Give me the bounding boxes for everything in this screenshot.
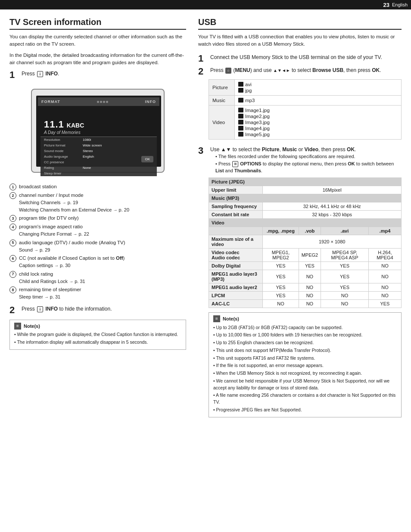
tv-ok-area: OK xyxy=(141,156,153,162)
spec-codec-avi: MPEG4 SP, MPEG4 ASP xyxy=(321,249,369,262)
circle-num-2: 2 xyxy=(9,192,16,199)
files-music: mp3 xyxy=(235,95,402,105)
circle-text-4: program's image aspect ratio xyxy=(19,223,83,230)
file-name-avi: avi xyxy=(245,82,252,87)
file-name-jpg: jpg xyxy=(245,88,252,93)
file-image5: Image5.jpg xyxy=(238,131,398,137)
file-name-mp3: mp3 xyxy=(245,98,255,103)
circle-text-2: channel number / Input mode xyxy=(19,192,84,199)
file-browser-wrapper: Picture avi jpg xyxy=(209,79,402,140)
nav-arrows: ▲▼◄► xyxy=(273,67,290,74)
spec-col-headers: .mpg, .mpeg .vob .avi .mp4 xyxy=(209,227,402,235)
tv-dot2 xyxy=(100,101,102,103)
spec-lpcm-mp4: NO xyxy=(368,292,401,300)
spec-col-empty xyxy=(209,227,263,235)
step3-bullet-1: The files recorded under the following s… xyxy=(215,153,402,160)
tv-channel-num: 11.1 xyxy=(44,119,64,130)
spec-col-vob: .vob xyxy=(299,227,321,235)
arrow-sym-3: → xyxy=(73,232,77,236)
spec-mpeg1layer2-vob: NO xyxy=(299,283,321,292)
circle-text-1: broadcast station xyxy=(19,183,57,190)
link-p22: p. 22 xyxy=(78,231,89,236)
tv-prog-value-6: None xyxy=(83,166,91,170)
link-p31a: p. 31 xyxy=(75,279,85,284)
right-desc: Your TV is fitted with a USB connection … xyxy=(198,33,402,48)
tv-channel-block: 11.1 KABC A Day of Memories xyxy=(40,117,157,137)
spec-col-avi: .avi xyxy=(321,227,369,235)
right-column: USB Your TV is fitted with a USB connect… xyxy=(198,17,402,527)
circle-num-3: 3 xyxy=(9,215,16,222)
link-p20: p. 20 xyxy=(119,207,129,212)
file-row-picture: Picture avi jpg xyxy=(209,79,402,95)
files-picture: avi jpg xyxy=(235,79,402,95)
right-section-title: USB xyxy=(198,17,402,30)
left-section-title: TV Screen information xyxy=(9,17,186,30)
right-note-10: Progressive JPEG files are Not Supported… xyxy=(213,407,397,414)
link-p29: p. 29 xyxy=(40,247,50,252)
file-image2: Image2.jpg xyxy=(238,113,398,119)
spec-header-picture: Picture (JPEG) xyxy=(209,178,402,186)
page-language: English xyxy=(392,2,408,7)
options-icon: ⊞ xyxy=(232,161,238,167)
spec-col-mpg: .mpg, .mpeg xyxy=(263,227,299,235)
step3-intro: Use ▲▼ to select the Picture, Music or V… xyxy=(210,146,356,152)
left-note-2: The information display will automatical… xyxy=(14,339,181,346)
file-name-image5: Image5.jpg xyxy=(245,132,270,137)
link-p31b: p. 31 xyxy=(50,294,60,299)
tv-ok-btn: OK xyxy=(141,156,153,162)
right-step2: 2 Press ⌂ (MENU) and use ▲▼◄► to select … xyxy=(198,66,402,77)
circle-item-1: 1 broadcast station xyxy=(9,183,186,190)
info-icon: i xyxy=(37,71,43,77)
tv-prog-value-3: Stereo xyxy=(83,149,93,153)
tv-format-label: FORMAT xyxy=(41,100,60,104)
left-step2-rest: to hide the information. xyxy=(59,306,112,312)
circle-item-6: 6 CC (not available if Closed Caption is… xyxy=(9,255,186,269)
file-icon-image5 xyxy=(238,132,243,137)
tv-prog-label-6: Rating xyxy=(44,166,74,170)
left-column: TV Screen information You can display th… xyxy=(9,17,186,527)
spec-dolby-mpg: YES xyxy=(263,262,299,270)
right-step1-num: 1 xyxy=(198,53,208,64)
usb-browser-table: Picture avi jpg xyxy=(209,79,402,140)
file-icon-image1 xyxy=(238,108,243,112)
spec-label-codec: Video codec Audio codec xyxy=(209,249,263,262)
spec-row-aaclc: AAC-LC NO NO NO YES xyxy=(209,300,402,308)
link-p19: p. 19 xyxy=(68,200,78,205)
arrow-sym-6: → xyxy=(69,279,73,284)
tv-subtitle: A Day of Memories xyxy=(44,130,153,135)
file-image4: Image4.jpg xyxy=(238,125,398,131)
right-note-7: When the USB Memory Stick is not recogni… xyxy=(213,370,397,377)
file-icon-image3 xyxy=(238,120,243,124)
circle-text-8: remaining time of sleeptimer xyxy=(19,286,81,293)
file-avi: avi xyxy=(238,81,398,87)
right-step3: 3 Use ▲▼ to select the Picture, Music or… xyxy=(198,146,402,175)
right-note-4: This unit does not support MTP(Media Tra… xyxy=(213,347,397,354)
file-image1: Image1.jpg xyxy=(238,107,398,113)
left-step2-num: 2 xyxy=(9,305,19,315)
right-note-3: Up to 255 English characters can be reco… xyxy=(213,339,397,346)
file-row-music: Music mp3 xyxy=(209,95,402,105)
circle-list: 1 broadcast station 2 channel number / I… xyxy=(9,183,186,301)
spec-section-music: Music (MP3) xyxy=(209,194,402,202)
left-step1-text: Press xyxy=(22,71,35,77)
file-name-image3: Image3.jpg xyxy=(245,120,270,125)
tv-outer: FORMAT INFO xyxy=(31,89,165,173)
circle-num-8: 8 xyxy=(9,286,16,293)
spec-row-codec: Video codec Audio codec MPEG1, MPEG2 MPE… xyxy=(209,249,402,262)
right-note-8: We cannot be held responsible if your US… xyxy=(213,378,397,392)
tv-prog-row-2: Picture format Wide screen xyxy=(40,143,157,148)
circle-text-6: CC (not available if Closed Caption is s… xyxy=(19,255,125,261)
circle-num-5: 5 xyxy=(9,240,16,246)
left-step2: 2 Press i INFO to hide the information. xyxy=(9,305,186,315)
right-step3-num: 3 xyxy=(198,146,208,156)
file-icon-mp3 xyxy=(238,98,243,103)
right-note-2: Up to 10,000 files or 1,000 folders with… xyxy=(213,332,397,339)
file-name-image1: Image1.jpg xyxy=(245,108,270,113)
spec-row-upper-limit: Upper limit 16Mpixel xyxy=(209,186,402,194)
tv-diagram-wrapper: FORMAT INFO xyxy=(9,84,186,177)
tv-dots xyxy=(97,101,108,103)
spec-mpeg1layer2-avi: YES xyxy=(321,283,369,292)
top-bar: 23 English xyxy=(0,0,411,9)
spec-label-lpcm: LPCM xyxy=(209,292,263,300)
tv-prog-row-6: Rating None xyxy=(40,165,157,171)
